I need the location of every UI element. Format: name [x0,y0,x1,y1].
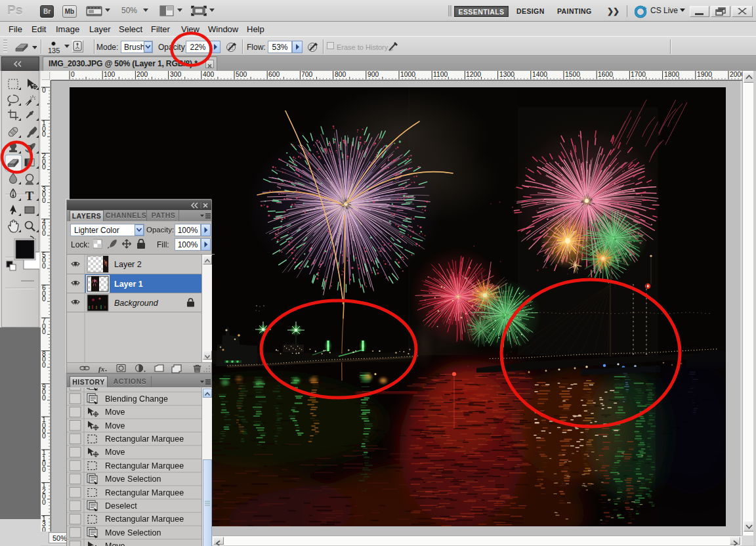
svg-text:0: 0 [42,230,46,237]
svg-text:1800: 1800 [664,71,679,78]
svg-text:1600: 1600 [598,71,613,78]
svg-text:300: 300 [170,71,181,78]
svg-text:Move Selection: Move Selection [105,528,161,537]
svg-text:1400: 1400 [532,71,547,78]
svg-text:0: 0 [42,432,46,440]
svg-text:100: 100 [104,71,115,78]
svg-text:0: 0 [42,262,46,270]
svg-text:0: 0 [42,526,46,532]
svg-text:200: 200 [136,71,148,78]
svg-text:1200: 1200 [466,71,481,78]
svg-text:1300: 1300 [499,71,514,78]
svg-text:0: 0 [42,131,46,138]
svg-text:1700: 1700 [631,71,646,78]
svg-text:Rectangular Marquee: Rectangular Marquee [105,434,184,444]
svg-text:900: 900 [368,71,379,78]
svg-text:Rectangular Marquee: Rectangular Marquee [105,461,184,471]
svg-text:Move: Move [105,448,125,457]
svg-text:0: 0 [42,163,46,171]
svg-text:0: 0 [42,466,46,473]
svg-text:Rectangular Marquee: Rectangular Marquee [105,488,184,497]
svg-text:0: 0 [42,499,46,506]
svg-text:Rectangular Marquee: Rectangular Marquee [105,514,184,524]
svg-text:600: 600 [268,71,280,78]
svg-text:fx: fx [98,365,105,373]
svg-text:500: 500 [236,71,247,78]
svg-text:1000: 1000 [400,71,415,78]
svg-text:Blending Change: Blending Change [105,394,168,404]
svg-text:Background: Background [114,299,159,308]
svg-text:1100: 1100 [433,71,448,78]
svg-text:0: 0 [42,295,46,303]
svg-text:Move: Move [105,408,125,417]
svg-text:Move Selection: Move Selection [105,474,161,484]
svg-text:Deselect: Deselect [105,501,137,511]
svg-text:400: 400 [203,71,214,78]
svg-text:0: 0 [71,71,75,78]
svg-text:1900: 1900 [697,71,712,78]
svg-text:0: 0 [42,394,46,402]
svg-text:Layer 2: Layer 2 [114,260,142,269]
svg-text:0: 0 [42,87,46,94]
svg-text:700: 700 [301,71,312,78]
svg-text:0: 0 [42,362,46,369]
svg-text:Move: Move [105,541,125,546]
svg-text:Layer 1: Layer 1 [114,280,143,289]
svg-text:T: T [26,189,34,203]
svg-text:Move: Move [105,421,125,430]
svg-text:1500: 1500 [565,71,580,78]
svg-text:0: 0 [42,197,46,204]
svg-text:800: 800 [335,71,346,78]
svg-text:0: 0 [42,328,46,335]
